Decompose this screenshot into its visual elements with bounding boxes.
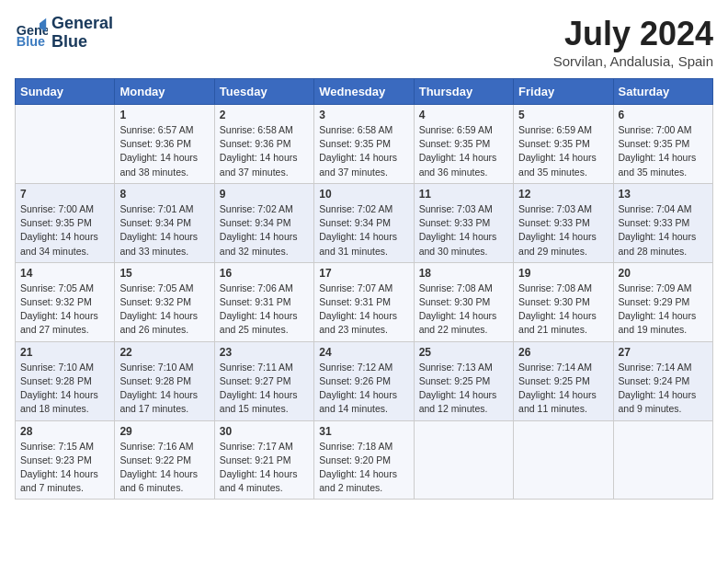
day-number: 23 (220, 346, 309, 359)
location-subtitle: Sorvilan, Andalusia, Spain (553, 53, 713, 69)
day-info: Sunrise: 7:06 AMSunset: 9:31 PMDaylight:… (220, 282, 309, 338)
header-thursday: Thursday (414, 79, 513, 105)
day-info: Sunrise: 7:10 AMSunset: 9:28 PMDaylight:… (20, 361, 109, 417)
day-number: 10 (319, 188, 408, 201)
cell-w5-d2: 29Sunrise: 7:16 AMSunset: 9:22 PMDayligh… (115, 420, 214, 500)
day-info: Sunrise: 7:17 AMSunset: 9:21 PMDaylight:… (220, 440, 309, 496)
svg-text:Blue: Blue (17, 34, 45, 49)
day-number: 30 (220, 425, 309, 438)
day-info: Sunrise: 6:59 AMSunset: 9:35 PMDaylight:… (419, 123, 508, 179)
cell-w2-d2: 8Sunrise: 7:01 AMSunset: 9:34 PMDaylight… (115, 183, 214, 262)
day-info: Sunrise: 7:03 AMSunset: 9:33 PMDaylight:… (518, 202, 608, 259)
cell-w1-d7: 6Sunrise: 7:00 AMSunset: 9:35 PMDaylight… (613, 105, 712, 184)
header-saturday: Saturday (613, 79, 712, 105)
week-row-5: 28Sunrise: 7:15 AMSunset: 9:23 PMDayligh… (16, 420, 713, 500)
cell-w4-d4: 24Sunrise: 7:12 AMSunset: 9:26 PMDayligh… (314, 341, 414, 420)
cell-w1-d5: 4Sunrise: 6:59 AMSunset: 9:35 PMDaylight… (414, 105, 513, 184)
day-info: Sunrise: 6:59 AMSunset: 9:35 PMDaylight:… (518, 123, 608, 179)
cell-w3-d4: 17Sunrise: 7:07 AMSunset: 9:31 PMDayligh… (314, 262, 414, 341)
cell-w4-d3: 23Sunrise: 7:11 AMSunset: 9:27 PMDayligh… (214, 341, 313, 420)
day-number: 24 (319, 346, 408, 359)
cell-w3-d2: 15Sunrise: 7:05 AMSunset: 9:32 PMDayligh… (115, 262, 214, 341)
cell-w5-d6 (514, 420, 613, 500)
cell-w4-d7: 27Sunrise: 7:14 AMSunset: 9:24 PMDayligh… (613, 341, 712, 420)
day-info: Sunrise: 7:10 AMSunset: 9:28 PMDaylight:… (119, 361, 209, 417)
cell-w3-d5: 18Sunrise: 7:08 AMSunset: 9:30 PMDayligh… (414, 262, 513, 341)
calendar-table: SundayMondayTuesdayWednesdayThursdayFrid… (15, 78, 713, 500)
header-sunday: Sunday (16, 79, 115, 105)
day-number: 6 (619, 109, 708, 121)
cell-w1-d2: 1Sunrise: 6:57 AMSunset: 9:36 PMDaylight… (115, 105, 214, 184)
day-number: 14 (20, 267, 109, 280)
week-row-3: 14Sunrise: 7:05 AMSunset: 9:32 PMDayligh… (16, 262, 713, 341)
day-number: 4 (419, 109, 508, 121)
day-number: 18 (419, 267, 508, 280)
cell-w2-d7: 13Sunrise: 7:04 AMSunset: 9:33 PMDayligh… (613, 183, 712, 262)
day-number: 5 (518, 109, 608, 121)
day-info: Sunrise: 7:15 AMSunset: 9:23 PMDaylight:… (20, 440, 109, 496)
day-number: 1 (119, 109, 209, 121)
day-info: Sunrise: 7:05 AMSunset: 9:32 PMDaylight:… (20, 282, 109, 338)
day-info: Sunrise: 7:11 AMSunset: 9:27 PMDaylight:… (220, 361, 309, 417)
day-info: Sunrise: 6:57 AMSunset: 9:36 PMDaylight:… (119, 123, 209, 179)
day-number: 26 (518, 346, 608, 359)
month-title: July 2024 (553, 15, 713, 53)
day-info: Sunrise: 7:07 AMSunset: 9:31 PMDaylight:… (319, 282, 408, 338)
day-info: Sunrise: 7:12 AMSunset: 9:26 PMDaylight:… (319, 361, 408, 417)
day-number: 19 (518, 267, 608, 280)
day-info: Sunrise: 7:00 AMSunset: 9:35 PMDaylight:… (20, 202, 109, 259)
cell-w3-d6: 19Sunrise: 7:08 AMSunset: 9:30 PMDayligh… (514, 262, 613, 341)
cell-w4-d2: 22Sunrise: 7:10 AMSunset: 9:28 PMDayligh… (115, 341, 214, 420)
day-number: 15 (119, 267, 209, 280)
header-tuesday: Tuesday (214, 79, 313, 105)
cell-w1-d4: 3Sunrise: 6:58 AMSunset: 9:35 PMDaylight… (314, 105, 414, 184)
day-info: Sunrise: 7:09 AMSunset: 9:29 PMDaylight:… (619, 282, 708, 338)
day-info: Sunrise: 7:04 AMSunset: 9:33 PMDaylight:… (619, 202, 708, 259)
day-info: Sunrise: 7:00 AMSunset: 9:35 PMDaylight:… (619, 123, 708, 179)
day-number: 11 (419, 188, 508, 201)
cell-w5-d5 (414, 420, 513, 500)
week-row-4: 21Sunrise: 7:10 AMSunset: 9:28 PMDayligh… (16, 341, 713, 420)
day-number: 25 (419, 346, 508, 359)
day-info: Sunrise: 7:02 AMSunset: 9:34 PMDaylight:… (220, 202, 309, 259)
cell-w3-d1: 14Sunrise: 7:05 AMSunset: 9:32 PMDayligh… (16, 262, 115, 341)
cell-w5-d4: 31Sunrise: 7:18 AMSunset: 9:20 PMDayligh… (314, 420, 414, 500)
day-info: Sunrise: 7:03 AMSunset: 9:33 PMDaylight:… (419, 202, 508, 259)
day-number: 27 (619, 346, 708, 359)
cell-w4-d5: 25Sunrise: 7:13 AMSunset: 9:25 PMDayligh… (414, 341, 513, 420)
day-number: 3 (319, 109, 408, 121)
week-row-1: 1Sunrise: 6:57 AMSunset: 9:36 PMDaylight… (16, 105, 713, 184)
day-number: 31 (319, 425, 408, 438)
cell-w5-d7 (613, 420, 712, 500)
logo-text: General Blue (51, 15, 113, 52)
cell-w2-d5: 11Sunrise: 7:03 AMSunset: 9:33 PMDayligh… (414, 183, 513, 262)
day-number: 29 (119, 425, 209, 438)
header-row: SundayMondayTuesdayWednesdayThursdayFrid… (16, 79, 713, 105)
day-info: Sunrise: 7:01 AMSunset: 9:34 PMDaylight:… (119, 202, 209, 259)
day-number: 21 (20, 346, 109, 359)
day-info: Sunrise: 7:08 AMSunset: 9:30 PMDaylight:… (419, 282, 508, 338)
header-monday: Monday (115, 79, 214, 105)
cell-w1-d6: 5Sunrise: 6:59 AMSunset: 9:35 PMDaylight… (514, 105, 613, 184)
cell-w5-d3: 30Sunrise: 7:17 AMSunset: 9:21 PMDayligh… (214, 420, 313, 500)
day-info: Sunrise: 7:02 AMSunset: 9:34 PMDaylight:… (319, 202, 408, 259)
day-number: 28 (20, 425, 109, 438)
cell-w1-d3: 2Sunrise: 6:58 AMSunset: 9:36 PMDaylight… (214, 105, 313, 184)
day-info: Sunrise: 7:16 AMSunset: 9:22 PMDaylight:… (119, 440, 209, 496)
day-number: 2 (220, 109, 309, 121)
day-number: 13 (619, 188, 708, 201)
day-info: Sunrise: 7:13 AMSunset: 9:25 PMDaylight:… (419, 361, 508, 417)
cell-w4-d1: 21Sunrise: 7:10 AMSunset: 9:28 PMDayligh… (16, 341, 115, 420)
logo: General Blue General Blue (15, 15, 113, 52)
cell-w2-d6: 12Sunrise: 7:03 AMSunset: 9:33 PMDayligh… (514, 183, 613, 262)
cell-w3-d3: 16Sunrise: 7:06 AMSunset: 9:31 PMDayligh… (214, 262, 313, 341)
day-info: Sunrise: 7:08 AMSunset: 9:30 PMDaylight:… (518, 282, 608, 338)
day-info: Sunrise: 7:05 AMSunset: 9:32 PMDaylight:… (119, 282, 209, 338)
day-number: 12 (518, 188, 608, 201)
title-area: July 2024 Sorvilan, Andalusia, Spain (553, 15, 713, 69)
header-wednesday: Wednesday (314, 79, 414, 105)
week-row-2: 7Sunrise: 7:00 AMSunset: 9:35 PMDaylight… (16, 183, 713, 262)
day-number: 17 (319, 267, 408, 280)
page-header: General Blue General Blue July 2024 Sorv… (15, 15, 713, 69)
cell-w5-d1: 28Sunrise: 7:15 AMSunset: 9:23 PMDayligh… (16, 420, 115, 500)
